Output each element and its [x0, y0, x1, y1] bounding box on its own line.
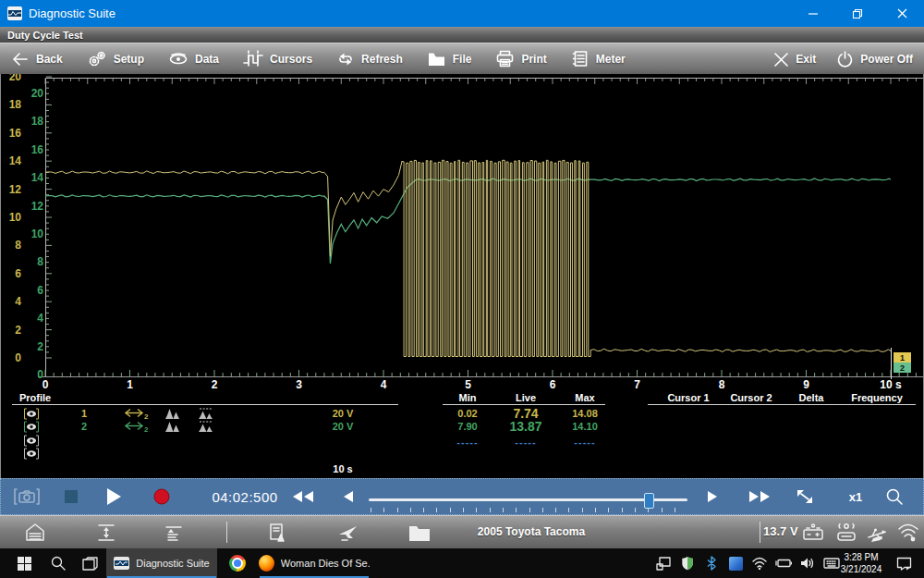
close-icon: [897, 8, 907, 18]
eye-visibility-icon[interactable]: [23, 435, 40, 447]
taskbar-app-chrome[interactable]: [222, 548, 253, 578]
tray-app-button[interactable]: [723, 548, 748, 578]
tray-power-button[interactable]: [772, 548, 796, 578]
vertical-range-button[interactable]: [95, 522, 117, 547]
tray-wifi-button[interactable]: [748, 548, 772, 578]
timebase-label: 10 s: [333, 463, 352, 474]
histogram-icon[interactable]: [165, 408, 180, 419]
divider: [12, 404, 398, 405]
toolbar-button-refresh[interactable]: Refresh: [336, 50, 403, 68]
toolbar-button-data[interactable]: Data: [168, 51, 219, 68]
battery-status-icon: [802, 523, 826, 546]
snapshot-camera-button[interactable]: [12, 479, 42, 514]
fast-forward-button[interactable]: [746, 479, 773, 514]
svg-text:0: 0: [15, 351, 21, 364]
divider: [226, 522, 227, 543]
scope-plot[interactable]: 0022446688101012121414161618182020012345…: [1, 74, 923, 390]
taskbar-app-firefox[interactable]: Woman Dies Of Se...: [259, 548, 370, 578]
zoom-level[interactable]: x1: [840, 479, 871, 514]
svg-text:10: 10: [9, 211, 22, 224]
meter-icon: [571, 50, 590, 68]
eye-visibility-icon[interactable]: [23, 421, 40, 433]
defender-shield-icon: [681, 556, 694, 571]
fast-forward-icon: [748, 490, 771, 503]
task-view-button[interactable]: [76, 548, 103, 578]
tray-clock[interactable]: 3:28 PM 3/21/2024: [834, 551, 888, 575]
trigger-arrow-icon[interactable]: 2: [124, 408, 150, 420]
eye-visibility-icon[interactable]: [23, 408, 40, 420]
wifi-status-icon: [896, 522, 920, 547]
tray-bluetooth-button[interactable]: [699, 548, 723, 578]
toolbar-button-file[interactable]: File: [427, 51, 472, 68]
minimize-button[interactable]: [791, 0, 835, 27]
step-back-button[interactable]: [337, 479, 359, 514]
tray-defender-button[interactable]: [675, 548, 699, 578]
send-plane-button[interactable]: [337, 523, 359, 547]
bluetooth-icon: [707, 556, 716, 571]
toolbar-button-print[interactable]: Print: [495, 50, 546, 68]
vehicle-folder-button[interactable]: [407, 523, 432, 547]
stop-button[interactable]: [62, 479, 80, 514]
channel-number: 2: [81, 421, 87, 432]
channel-number: 1: [81, 408, 87, 419]
diagnostic-suite-window: Diagnostic Suite Duty Cycle Test: [0, 0, 924, 578]
delta-header: Delta: [799, 392, 824, 403]
svg-text:2: 2: [900, 363, 905, 373]
home-button[interactable]: [24, 522, 46, 547]
taskbar-search-button[interactable]: [44, 548, 72, 578]
play-button[interactable]: [103, 479, 125, 514]
layers-button[interactable]: [163, 522, 185, 547]
report-warning-button[interactable]: [266, 522, 288, 547]
toolbar-button-power-off[interactable]: Power Off: [836, 51, 913, 68]
playback-slider[interactable]: [369, 498, 687, 501]
histogram-dashed-icon[interactable]: [199, 408, 213, 419]
task-view-icon: [82, 557, 98, 571]
toolbar-label-power-off: Power Off: [860, 53, 913, 66]
live-header: Live: [516, 392, 536, 403]
toolbar-button-back[interactable]: Back: [11, 51, 63, 68]
playback-slider-thumb[interactable]: [644, 493, 654, 509]
tray-monitor-button[interactable]: [651, 548, 675, 578]
taskbar-app-label: Diagnostic Suite: [136, 558, 210, 569]
toolbar-label-back: Back: [36, 53, 63, 66]
file-folder-icon: [427, 51, 446, 68]
svg-text:3: 3: [296, 378, 302, 390]
start-button[interactable]: [7, 548, 41, 578]
title-bar: Diagnostic Suite: [0, 0, 924, 27]
firefox-icon: [259, 555, 274, 572]
clock-date: 3/21/2024: [834, 563, 888, 575]
report-warning-icon: [266, 522, 288, 544]
histogram-dashed-icon[interactable]: [199, 421, 213, 432]
eye-visibility-icon[interactable]: [23, 448, 40, 460]
taskbar-app-diagnostic-suite[interactable]: Diagnostic Suite: [106, 548, 217, 578]
rewind-button[interactable]: [289, 479, 317, 514]
toolbar-button-setup[interactable]: Setup: [87, 50, 144, 68]
monitor-tray-icon: [656, 557, 671, 571]
tray-speaker-button[interactable]: [796, 548, 820, 578]
expand-button[interactable]: [792, 479, 818, 514]
toolbar-button-exit[interactable]: Exit: [773, 52, 816, 68]
maximize-button[interactable]: [835, 0, 880, 27]
diagnostic-suite-icon: [114, 557, 129, 570]
record-button[interactable]: [151, 479, 173, 514]
wifi-tray-icon: [752, 557, 767, 570]
step-forward-button[interactable]: [701, 479, 723, 514]
svg-text:4: 4: [381, 378, 387, 390]
windows-taskbar: Diagnostic Suite Woman Dies Of Se...: [0, 548, 924, 578]
svg-text:5: 5: [465, 378, 471, 390]
max-value: 14.10: [572, 421, 598, 432]
trigger-arrow-icon[interactable]: 2: [124, 421, 150, 433]
speaker-icon: [800, 557, 815, 570]
notification-center-button[interactable]: [889, 548, 918, 578]
svg-text:16: 16: [9, 127, 22, 140]
zoom-button[interactable]: [881, 479, 908, 514]
svg-text:8: 8: [15, 239, 21, 252]
toolbar-button-cursors[interactable]: Cursors: [243, 50, 312, 68]
histogram-icon[interactable]: [165, 421, 180, 432]
toolbar-label-cursors: Cursors: [270, 53, 312, 66]
min-header: Min: [459, 392, 477, 403]
close-button[interactable]: [880, 0, 924, 27]
toolbar-button-meter[interactable]: Meter: [571, 50, 626, 68]
chrome-icon: [229, 555, 246, 572]
scope-screen: 0022446688101012121414161618182020012345…: [0, 74, 924, 478]
